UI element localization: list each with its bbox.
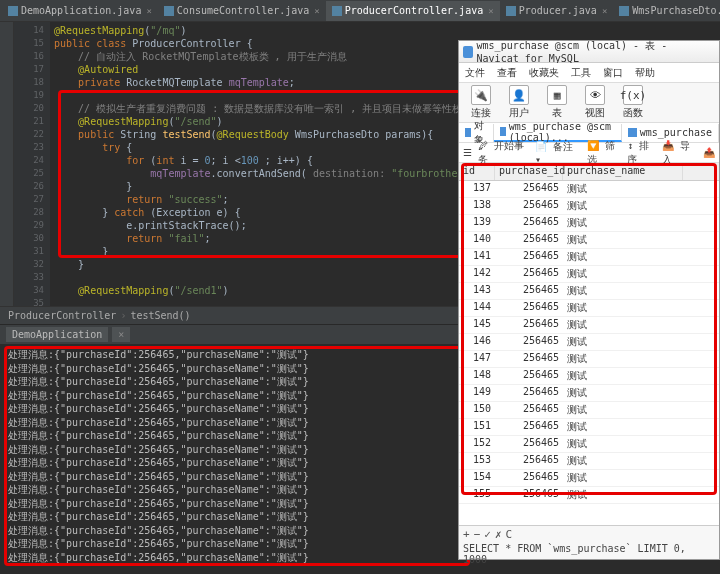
column-header[interactable]: purchase_name <box>563 163 683 180</box>
table-row[interactable]: 140256465测试 <box>459 232 719 249</box>
close-icon[interactable]: × <box>314 6 319 16</box>
breadcrumb-class[interactable]: ProducerController <box>8 310 116 321</box>
menu-item[interactable]: 窗口 <box>603 66 623 80</box>
action-button[interactable]: 📤 <box>703 147 715 158</box>
cell-id: 153 <box>459 453 495 469</box>
window-titlebar[interactable]: wms_purchase @scm (local) - 表 - Navicat … <box>459 41 719 63</box>
cell-id: 146 <box>459 334 495 350</box>
cell-id: 152 <box>459 436 495 452</box>
editor-tab[interactable]: DemoApplication.java× <box>2 1 158 21</box>
editor-tab[interactable]: Producer.java× <box>500 1 614 21</box>
table-row[interactable]: 144256465测试 <box>459 300 719 317</box>
cell-purchase-id: 256465 <box>495 300 563 316</box>
table-row[interactable]: 149256465测试 <box>459 385 719 402</box>
table-row[interactable]: 145256465测试 <box>459 317 719 334</box>
table-row[interactable]: 148256465测试 <box>459 368 719 385</box>
cell-purchase-name: 测试 <box>563 470 683 486</box>
cell-purchase-id: 256465 <box>495 249 563 265</box>
table-row[interactable]: 153256465测试 <box>459 453 719 470</box>
table-row[interactable]: 142256465测试 <box>459 266 719 283</box>
table-row[interactable]: 147256465测试 <box>459 351 719 368</box>
table-row[interactable]: 154256465测试 <box>459 470 719 487</box>
close-icon[interactable]: × <box>602 6 607 16</box>
close-icon[interactable]: × <box>112 327 130 342</box>
table-row[interactable]: 151256465测试 <box>459 419 719 436</box>
record-nav-button[interactable]: C <box>506 528 513 541</box>
toolbar-button-函数[interactable]: f(x)函数 <box>615 85 651 120</box>
cell-id: 145 <box>459 317 495 333</box>
cell-purchase-id: 256465 <box>495 266 563 282</box>
toolbar-button-用户[interactable]: 👤用户 <box>501 85 537 120</box>
file-icon <box>8 6 18 16</box>
table-actions: ☰🖉 开始事务📄 备注 ▾🔽 筛选↕ 排序📥 导入📤 <box>459 143 719 163</box>
cell-id: 147 <box>459 351 495 367</box>
table-row[interactable]: 143256465测试 <box>459 283 719 300</box>
toolbar-icon: 👁 <box>585 85 605 105</box>
table-row[interactable]: 137256465测试 <box>459 181 719 198</box>
cell-purchase-name: 测试 <box>563 181 683 197</box>
editor-tab[interactable]: ProducerController.java× <box>326 1 500 21</box>
menu-item[interactable]: 工具 <box>571 66 591 80</box>
cell-purchase-id: 256465 <box>495 181 563 197</box>
cell-purchase-id: 256465 <box>495 198 563 214</box>
menu-item[interactable]: 帮助 <box>635 66 655 80</box>
tab-label: Producer.java <box>519 5 597 16</box>
record-nav-button[interactable]: + <box>463 528 470 541</box>
editor-tab[interactable]: WmsPurchaseDto.java× <box>613 1 720 21</box>
toolbar-icon: 👤 <box>509 85 529 105</box>
file-icon <box>332 6 342 16</box>
record-nav-button[interactable]: − <box>474 528 481 541</box>
breadcrumb-method[interactable]: testSend() <box>130 310 190 321</box>
table-header: idpurchase_idpurchase_name <box>459 163 719 181</box>
record-nav-button[interactable]: ✓ <box>484 528 491 541</box>
cell-purchase-name: 测试 <box>563 300 683 316</box>
toolbar-button-视图[interactable]: 👁视图 <box>577 85 613 120</box>
record-nav-buttons: +−✓✗C <box>463 528 715 541</box>
table-row[interactable]: 138256465测试 <box>459 198 719 215</box>
menu-item[interactable]: 收藏夹 <box>529 66 559 80</box>
cell-purchase-id: 256465 <box>495 317 563 333</box>
cell-id: 139 <box>459 215 495 231</box>
cell-purchase-name: 测试 <box>563 453 683 469</box>
toolbar-icon: f(x) <box>623 85 643 105</box>
cell-purchase-id: 256465 <box>495 487 563 503</box>
tab-label: ProducerController.java <box>345 5 483 16</box>
table-row[interactable]: 139256465测试 <box>459 215 719 232</box>
cell-purchase-id: 256465 <box>495 368 563 384</box>
cell-id: 138 <box>459 198 495 214</box>
file-icon <box>164 6 174 16</box>
toolbar-icon: 🔌 <box>471 85 491 105</box>
cell-purchase-id: 256465 <box>495 334 563 350</box>
action-button[interactable]: 📄 备注 ▾ <box>535 140 581 165</box>
cell-purchase-id: 256465 <box>495 351 563 367</box>
table-row[interactable]: 141256465测试 <box>459 249 719 266</box>
table-row[interactable]: 152256465测试 <box>459 436 719 453</box>
toolbar: 🔌连接👤用户▦表👁视图f(x)函数 <box>459 83 719 123</box>
cell-purchase-name: 测试 <box>563 317 683 333</box>
table-row[interactable]: 155256465测试 <box>459 487 719 504</box>
left-gutter-icons <box>0 22 14 306</box>
cell-purchase-name: 测试 <box>563 385 683 401</box>
editor-tab[interactable]: ConsumeController.java× <box>158 1 326 21</box>
close-icon[interactable]: × <box>146 6 151 16</box>
action-button[interactable]: ☰ <box>463 147 472 158</box>
tab-label: ConsumeController.java <box>177 5 309 16</box>
console-tab-active[interactable]: DemoApplication <box>6 327 108 342</box>
close-icon[interactable]: × <box>488 6 493 16</box>
column-header[interactable]: purchase_id <box>495 163 563 180</box>
table-row[interactable]: 146256465测试 <box>459 334 719 351</box>
toolbar-button-表[interactable]: ▦表 <box>539 85 575 120</box>
cell-id: 150 <box>459 402 495 418</box>
toolbar-button-连接[interactable]: 🔌连接 <box>463 85 499 120</box>
table-icon <box>500 127 506 136</box>
cell-id: 143 <box>459 283 495 299</box>
menu-item[interactable]: 文件 <box>465 66 485 80</box>
cell-purchase-id: 256465 <box>495 453 563 469</box>
column-header[interactable]: id <box>459 163 495 180</box>
table-body[interactable]: 137256465测试138256465测试139256465测试1402564… <box>459 181 719 504</box>
menubar: 文件查看收藏夹工具窗口帮助 <box>459 63 719 83</box>
menu-item[interactable]: 查看 <box>497 66 517 80</box>
cell-purchase-name: 测试 <box>563 215 683 231</box>
table-row[interactable]: 150256465测试 <box>459 402 719 419</box>
record-nav-button[interactable]: ✗ <box>495 528 502 541</box>
